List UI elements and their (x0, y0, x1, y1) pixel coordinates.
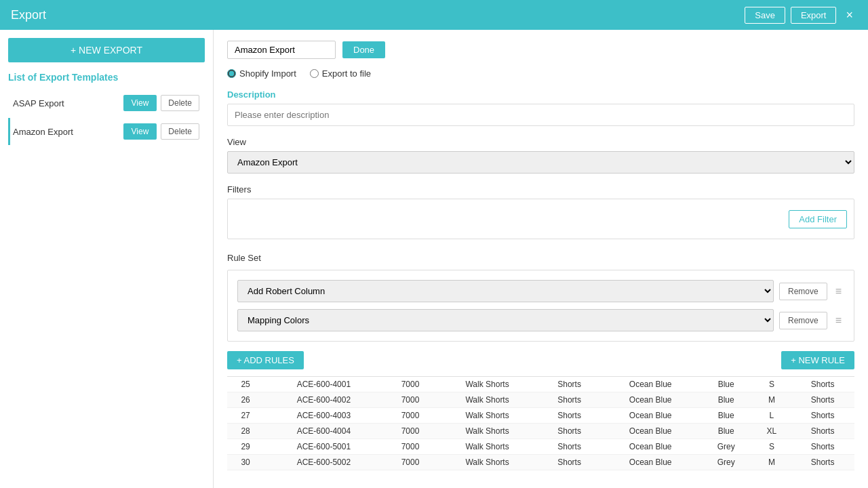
description-label: Description (227, 89, 854, 100)
radio-group: Shopify Import Export to file (227, 68, 854, 79)
add-rules-button[interactable]: + ADD RULES (227, 351, 304, 369)
cell-color: Grey (700, 439, 753, 455)
template-actions: View Delete (123, 95, 199, 111)
close-button[interactable]: × (842, 7, 857, 24)
table-row: 29 ACE-600-5001 7000 Walk Shorts Shorts … (227, 439, 854, 455)
row-num: 26 (227, 392, 264, 408)
cell-color-name: Ocean Blue (601, 439, 699, 455)
cell-size: L (753, 408, 791, 424)
cell-size: XL (753, 424, 791, 439)
cell-sku: ACE-600-4004 (264, 424, 383, 439)
cell-sku: ACE-600-4002 (264, 392, 383, 408)
delete-button[interactable]: Delete (161, 123, 199, 140)
cell-id: 7000 (384, 408, 437, 424)
done-button[interactable]: Done (342, 41, 385, 58)
data-table-container: 25 ACE-600-4001 7000 Walk Shorts Shorts … (227, 376, 854, 470)
rule-footer: + ADD RULES + NEW RULE (227, 351, 854, 369)
new-export-button[interactable]: + NEW EXPORT (8, 38, 205, 62)
cell-color-name: Ocean Blue (601, 455, 699, 470)
row-num: 29 (227, 439, 264, 455)
view-button[interactable]: View (123, 95, 157, 111)
cell-color: Blue (700, 424, 753, 439)
remove-rule-button-1[interactable]: Remove (779, 283, 827, 300)
radio-shopify-label[interactable]: Shopify Import (227, 68, 296, 79)
cell-category: Shorts (791, 377, 854, 392)
cell-sku: ACE-600-4001 (264, 377, 383, 392)
view-label: View (227, 137, 854, 147)
table-row: 26 ACE-600-4002 7000 Walk Shorts Shorts … (227, 392, 854, 408)
cell-type: Shorts (538, 455, 601, 470)
description-input[interactable] (227, 104, 854, 126)
cell-category: Shorts (791, 408, 854, 424)
list-title: List of Export Templates (8, 72, 205, 83)
template-name: ASAP Export (13, 98, 123, 108)
cell-sku: ACE-600-5002 (264, 455, 383, 470)
rule-select-2[interactable]: Mapping Colors (237, 309, 774, 331)
cell-color-name: Ocean Blue (601, 392, 699, 408)
rule-select-1[interactable]: Add Robert Column (237, 280, 774, 302)
cell-size: S (753, 377, 791, 392)
page-title: Export (11, 8, 46, 22)
cell-type: Shorts (538, 424, 601, 439)
export-button[interactable]: Export (791, 7, 837, 24)
content-header: Done (227, 41, 854, 59)
new-rule-button[interactable]: + NEW RULE (781, 351, 854, 369)
radio-export-file-text: Export to file (322, 68, 371, 79)
cell-id: 7000 (384, 439, 437, 455)
table-row: 25 ACE-600-4001 7000 Walk Shorts Shorts … (227, 377, 854, 392)
view-select[interactable]: Amazon Export (227, 151, 854, 174)
cell-sku: ACE-600-5001 (264, 439, 383, 455)
template-actions: View Delete (123, 123, 199, 140)
radio-shopify-text: Shopify Import (239, 68, 296, 79)
add-filter-button[interactable]: Add Filter (789, 210, 847, 228)
cell-size: M (753, 392, 791, 408)
rule-set-label: Rule Set (227, 253, 854, 263)
template-name: Amazon Export (13, 127, 123, 137)
delete-button[interactable]: Delete (161, 95, 199, 111)
cell-name: Walk Shorts (437, 424, 537, 439)
cell-category: Shorts (791, 439, 854, 455)
table-row: 28 ACE-600-4004 7000 Walk Shorts Shorts … (227, 424, 854, 439)
cell-category: Shorts (791, 392, 854, 408)
cell-id: 7000 (384, 392, 437, 408)
row-num: 25 (227, 377, 264, 392)
filters-box: Add Filter (227, 199, 854, 239)
template-item-active: Amazon Export View Delete (8, 118, 205, 145)
cell-name: Walk Shorts (437, 392, 537, 408)
cell-type: Shorts (538, 408, 601, 424)
view-button[interactable]: View (123, 123, 157, 140)
save-button[interactable]: Save (745, 7, 785, 24)
rule-row: Add Robert Column Remove ≡ (237, 280, 844, 302)
cell-name: Walk Shorts (437, 455, 537, 470)
cell-color: Grey (700, 455, 753, 470)
row-num: 30 (227, 455, 264, 470)
cell-type: Shorts (538, 439, 601, 455)
export-name-input[interactable] (227, 41, 336, 59)
radio-export-file[interactable] (310, 69, 319, 78)
sidebar: + NEW EXPORT List of Export Templates AS… (0, 30, 214, 488)
cell-id: 7000 (384, 455, 437, 470)
content-area: Done Shopify Import Export to file Descr… (214, 30, 868, 488)
main-layout: + NEW EXPORT List of Export Templates AS… (0, 30, 868, 488)
radio-export-file-label[interactable]: Export to file (310, 68, 371, 79)
cell-color: Blue (700, 408, 753, 424)
cell-color: Blue (700, 377, 753, 392)
drag-handle-2[interactable]: ≡ (833, 313, 844, 328)
cell-name: Walk Shorts (437, 408, 537, 424)
cell-type: Shorts (538, 377, 601, 392)
radio-shopify[interactable] (227, 69, 236, 78)
row-num: 28 (227, 424, 264, 439)
drag-handle-1[interactable]: ≡ (833, 284, 844, 299)
cell-size: M (753, 455, 791, 470)
cell-color: Blue (700, 392, 753, 408)
cell-size: S (753, 439, 791, 455)
data-table: 25 ACE-600-4001 7000 Walk Shorts Shorts … (227, 377, 854, 470)
cell-category: Shorts (791, 424, 854, 439)
cell-id: 7000 (384, 424, 437, 439)
remove-rule-button-2[interactable]: Remove (779, 312, 827, 329)
cell-sku: ACE-600-4003 (264, 408, 383, 424)
rule-row: Mapping Colors Remove ≡ (237, 309, 844, 331)
header-actions: Save Export × (745, 7, 857, 24)
table-body: 25 ACE-600-4001 7000 Walk Shorts Shorts … (227, 377, 854, 470)
header: Export Save Export × (0, 0, 868, 30)
